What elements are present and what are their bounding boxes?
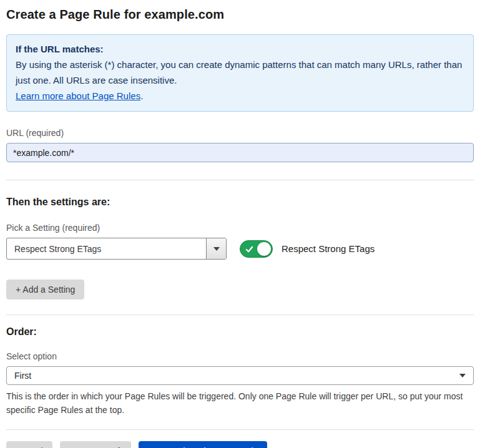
- toggle-knob: [257, 242, 271, 256]
- caret-down-icon: [459, 374, 466, 377]
- footer-actions: Cancel Save as Draft Save and Deploy Pag…: [6, 441, 474, 448]
- info-box-link-line: Learn more about Page Rules.: [16, 88, 464, 104]
- info-box-body: By using the asterisk (*) character, you…: [16, 57, 464, 88]
- etags-toggle[interactable]: [240, 240, 273, 258]
- check-icon: [245, 245, 253, 253]
- link-suffix: .: [140, 90, 143, 101]
- save-deploy-button[interactable]: Save and Deploy Page Rule: [139, 441, 267, 448]
- order-section-heading: Order:: [6, 326, 474, 338]
- info-box: If the URL matches: By using the asteris…: [6, 34, 474, 112]
- section-divider: [6, 314, 474, 315]
- order-select[interactable]: First: [6, 366, 474, 385]
- add-setting-button[interactable]: + Add a Setting: [6, 280, 84, 299]
- setting-select[interactable]: Respect Strong ETags: [6, 238, 227, 260]
- setting-select-caret-button[interactable]: [206, 238, 226, 259]
- cancel-button[interactable]: Cancel: [6, 441, 52, 448]
- page-title: Create a Page Rule for example.com: [6, 7, 474, 22]
- settings-section-heading: Then the settings are:: [6, 197, 474, 208]
- url-input[interactable]: [6, 143, 474, 162]
- caret-down-icon: [213, 247, 220, 251]
- url-label: URL (required): [6, 128, 474, 138]
- footer-divider: [6, 429, 474, 430]
- learn-more-link[interactable]: Learn more about Page Rules: [16, 90, 140, 101]
- info-box-heading: If the URL matches:: [16, 41, 464, 57]
- save-draft-button[interactable]: Save as Draft: [60, 441, 132, 448]
- pick-setting-label: Pick a Setting (required): [6, 223, 474, 233]
- setting-select-value: Respect Strong ETags: [7, 244, 206, 254]
- setting-row: Respect Strong ETags Respect Strong ETag…: [6, 238, 474, 260]
- order-select-label: Select option: [6, 351, 474, 361]
- order-help-text: This is the order in which your Page Rul…: [6, 389, 474, 417]
- toggle-label: Respect Strong ETags: [282, 243, 375, 254]
- section-divider: [6, 180, 474, 180]
- order-select-value: First: [14, 371, 459, 381]
